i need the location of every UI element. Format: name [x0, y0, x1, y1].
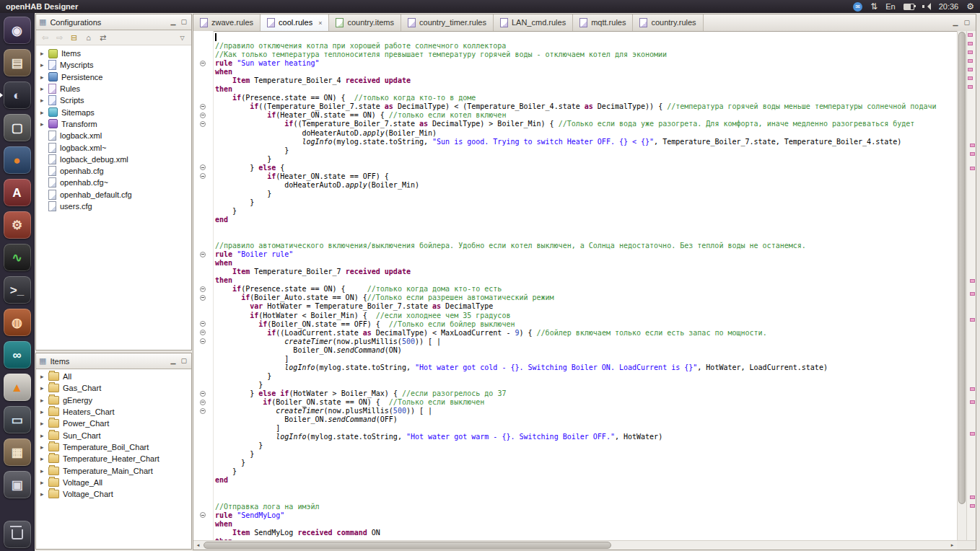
archive-icon[interactable]: ▦: [4, 438, 31, 466]
tab-cool.rules[interactable]: cool.rules×: [261, 14, 329, 31]
annotation-mark[interactable]: [970, 318, 975, 322]
collapse-all-icon[interactable]: ⊟: [68, 32, 80, 43]
expander-icon[interactable]: ▸: [40, 50, 48, 57]
link-with-editor-icon[interactable]: ⇄: [97, 32, 109, 43]
expander-icon[interactable]: ▸: [40, 397, 48, 404]
app-infinity-icon[interactable]: ∞: [4, 341, 31, 369]
vertical-scrollbar[interactable]: [957, 31, 966, 540]
files-icon[interactable]: ▤: [4, 49, 31, 76]
expander-icon[interactable]: ▸: [40, 97, 48, 104]
annotation-mark[interactable]: [970, 167, 975, 170]
tree-item[interactable]: openhab.cfg~: [37, 177, 191, 188]
expander-icon[interactable]: ▸: [40, 408, 48, 415]
tree-item[interactable]: ▸Rules: [37, 83, 191, 94]
annotation-mark[interactable]: [968, 85, 973, 89]
expander-icon[interactable]: ▸: [40, 479, 48, 486]
volume-indicator[interactable]: [922, 3, 931, 10]
system-monitor-icon[interactable]: ∿: [4, 244, 31, 271]
horizontal-scrollbar[interactable]: ◂ ▸: [193, 540, 957, 550]
annotation-mark[interactable]: [968, 68, 973, 71]
scroll-left-arrow-icon[interactable]: ◂: [193, 541, 203, 550]
messaging-menu[interactable]: ✉: [853, 2, 862, 12]
fold-marker[interactable]: [200, 121, 206, 127]
expander-icon[interactable]: ▸: [40, 120, 48, 128]
annotation-mark[interactable]: [970, 279, 975, 283]
tab-country_timer.rules[interactable]: country_timer.rules: [401, 14, 494, 31]
dash-home-icon[interactable]: ◉: [4, 17, 31, 44]
fold-marker[interactable]: [200, 321, 206, 327]
expander-icon[interactable]: ▸: [40, 455, 48, 462]
app-swirl-icon[interactable]: ◍: [4, 309, 31, 336]
expander-icon[interactable]: ▸: [40, 467, 48, 475]
tree-item[interactable]: openhab_default.cfg: [37, 189, 191, 200]
fold-marker[interactable]: [200, 408, 206, 414]
fold-marker[interactable]: [200, 338, 206, 344]
expander-icon[interactable]: ▸: [40, 373, 48, 380]
keyboard-layout[interactable]: En: [885, 2, 895, 11]
tree-item[interactable]: users.cfg: [37, 200, 191, 212]
expander-icon[interactable]: ▸: [40, 109, 48, 116]
trash-icon[interactable]: [4, 521, 31, 548]
text-editor-icon[interactable]: ▢: [4, 114, 31, 141]
tab-LAN_cmd.rules[interactable]: LAN_cmd.rules: [494, 14, 573, 31]
tree-item[interactable]: ▸All: [37, 371, 191, 382]
tab-country.rules[interactable]: country.rules: [633, 14, 703, 31]
clock[interactable]: 20:36: [939, 2, 959, 11]
fold-marker[interactable]: [200, 400, 206, 405]
tree-item[interactable]: ▸Power_Chart: [37, 418, 191, 429]
session-menu[interactable]: ⚙: [966, 1, 974, 12]
fold-marker[interactable]: [200, 286, 206, 292]
annotation-mark[interactable]: [970, 387, 975, 391]
view-menu-icon[interactable]: ▽: [176, 32, 188, 43]
battery-indicator[interactable]: [904, 4, 914, 10]
fold-marker[interactable]: [200, 113, 206, 118]
fold-marker[interactable]: [200, 295, 206, 301]
annotation-mark[interactable]: [970, 400, 975, 404]
expander-icon[interactable]: ▸: [40, 61, 48, 69]
annotation-mark[interactable]: [968, 33, 973, 37]
fold-marker[interactable]: [200, 391, 206, 397]
expander-icon[interactable]: ▸: [40, 384, 48, 392]
fold-marker[interactable]: [200, 104, 206, 110]
tree-item[interactable]: ▸Gas_Chart: [37, 382, 191, 394]
expander-icon[interactable]: ▸: [40, 490, 48, 498]
system-settings-icon[interactable]: ⚙: [4, 211, 31, 239]
tree-item[interactable]: ▸Temperature_Heater_Chart: [37, 453, 191, 464]
tree-item[interactable]: ▸Myscripts: [37, 59, 191, 71]
fold-marker[interactable]: [200, 164, 206, 170]
tree-item[interactable]: ▸Scripts: [37, 94, 191, 106]
tree-item[interactable]: ▸Voltage_All: [37, 477, 191, 488]
tree-item[interactable]: logback.xml~: [37, 141, 191, 153]
sync-menu[interactable]: ⇅: [870, 1, 878, 12]
vertical-scrollbar-thumb[interactable]: [958, 32, 966, 504]
tree-item[interactable]: ▸gEnergy: [37, 394, 191, 406]
scroll-right-arrow-icon[interactable]: ▸: [948, 541, 957, 550]
expander-icon[interactable]: ▸: [40, 444, 48, 451]
code-area[interactable]: //правило отключения котла при хорошей р…: [214, 31, 957, 540]
annotation-mark[interactable]: [970, 152, 975, 156]
minimize-button[interactable]: ▁: [171, 358, 176, 364]
annotation-mark[interactable]: [968, 76, 973, 80]
annotation-mark[interactable]: [968, 50, 973, 54]
tree-item[interactable]: ▸Transform: [37, 118, 191, 130]
tree-item[interactable]: ▸Persistence: [37, 71, 191, 83]
annotation-mark[interactable]: [968, 42, 973, 45]
horizontal-scrollbar-thumb[interactable]: [204, 542, 611, 549]
expander-icon[interactable]: ▸: [40, 432, 48, 439]
expander-icon[interactable]: ▸: [40, 74, 48, 81]
tree-item[interactable]: ▸Voltage_Chart: [37, 488, 191, 500]
fold-marker[interactable]: [200, 512, 206, 518]
annotation-mark[interactable]: [970, 144, 975, 147]
annotation-mark[interactable]: [968, 59, 973, 63]
tree-item[interactable]: logback.xml: [37, 130, 191, 141]
tree-item[interactable]: logback_debug.xml: [37, 154, 191, 165]
fold-marker[interactable]: [200, 173, 206, 179]
expander-icon[interactable]: ▸: [40, 85, 48, 92]
firefox-icon[interactable]: ●: [4, 146, 31, 174]
annotation-mark[interactable]: [970, 495, 975, 499]
tab-country.items[interactable]: country.items: [329, 14, 401, 31]
annotation-mark[interactable]: [970, 504, 975, 508]
terminal-icon[interactable]: >_: [4, 276, 31, 304]
display-icon[interactable]: ▭: [4, 406, 31, 433]
tree-item[interactable]: ▸Items: [37, 48, 191, 59]
